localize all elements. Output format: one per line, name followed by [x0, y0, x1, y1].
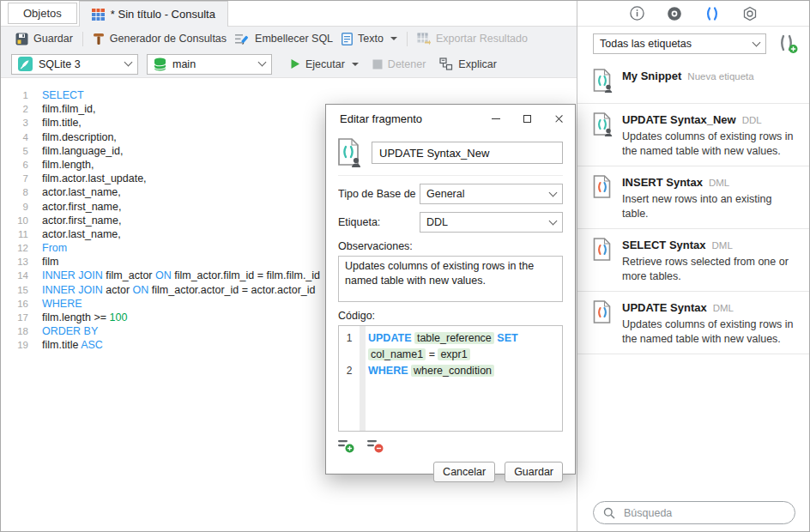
dialog-titlebar[interactable]: Editar fragmento	[326, 105, 575, 132]
run-dropdown-caret[interactable]	[352, 63, 359, 66]
beautify-sql-icon	[235, 33, 250, 45]
maximize-icon	[523, 115, 531, 123]
line-number: 1	[1, 88, 28, 102]
text-dropdown-caret[interactable]	[390, 37, 397, 40]
line-number: 1	[339, 330, 360, 363]
sidebar-header	[577, 1, 809, 27]
toolbar-separator	[407, 32, 408, 46]
remarks-textarea[interactable]: Updates columns of existing rows in the …	[338, 256, 563, 302]
snippet-sidebar: Todas las etiquetas My SnippetNueva etiq…	[577, 1, 809, 531]
snippet-item[interactable]: INSERT SyntaxDMLInsert new rows into an …	[577, 166, 809, 229]
text-view-button[interactable]: Texto	[337, 33, 402, 45]
snippet-tag: DML	[709, 178, 729, 188]
minimize-button[interactable]	[480, 105, 511, 132]
line-number: 17	[1, 311, 28, 324]
explain-button[interactable]: Explicar	[435, 57, 500, 70]
text-view-label: Texto	[358, 33, 384, 45]
db-type-value: General	[426, 188, 464, 200]
code-gutter-strip	[360, 326, 366, 431]
snippet-item[interactable]: UPDATE Syntax_NewDDLUpdates columns of e…	[577, 104, 809, 166]
tab-consulta[interactable]: * Sin título - Consulta	[79, 1, 228, 27]
snippet-tag: Nueva etiqueta	[687, 71, 753, 82]
close-icon	[554, 114, 564, 124]
db-type-label: Tipo de Base de	[338, 188, 420, 200]
add-placeholder-button[interactable]	[338, 439, 355, 454]
line-number: 3	[1, 116, 28, 130]
remove-placeholder-button[interactable]	[367, 439, 384, 454]
line-number: 19	[1, 338, 28, 352]
line-number: 6	[1, 158, 28, 172]
maximize-button[interactable]	[511, 105, 543, 132]
snippet-title: UPDATE Syntax	[622, 301, 707, 314]
tag-filter-value: Todas las etiquetas	[600, 38, 692, 50]
beautify-sql-button[interactable]: Embellecer SQL	[231, 33, 337, 45]
chevron-down-icon	[549, 216, 558, 225]
line-number: 2	[1, 102, 28, 116]
chevron-down-icon	[549, 188, 558, 196]
query-grid-icon	[92, 9, 105, 21]
new-snippet-button[interactable]	[777, 33, 799, 54]
line-number: 10	[1, 214, 28, 227]
snippet-code-editor[interactable]: 1UPDATE table_reference SET col_name1 = …	[338, 325, 563, 432]
snippet-text: UPDATE Syntax_NewDDLUpdates columns of e…	[622, 112, 799, 159]
tab-objetos[interactable]: Objetos	[8, 3, 77, 24]
snippet-name-input[interactable]	[372, 142, 563, 164]
sql-line: 1SELECT	[1, 88, 577, 102]
dialog-save-button[interactable]: Guardar	[505, 462, 563, 482]
close-button[interactable]	[543, 105, 575, 132]
stop-icon	[372, 59, 383, 70]
snippet-title: My Snippet	[622, 70, 681, 82]
export-result-button: Exportar Resultado	[413, 33, 532, 45]
database-select[interactable]: main	[147, 54, 272, 75]
snippet-description: Retrieve rows selected from one or more …	[622, 255, 799, 284]
line-number: 15	[1, 283, 28, 297]
snippet-text: My SnippetNueva etiqueta	[622, 68, 754, 96]
search-input[interactable]	[622, 506, 785, 520]
snippet-description: Updates columns of existing rows in the …	[622, 317, 799, 347]
query-builder-button[interactable]: Generador de Consultas	[88, 33, 231, 45]
save-button[interactable]: Guardar	[11, 33, 77, 45]
line-number: 16	[1, 297, 28, 311]
line-number: 7	[1, 172, 28, 185]
sqlite-icon	[18, 57, 33, 71]
text-doc-icon	[342, 33, 353, 45]
snippet-tag: DML	[712, 240, 733, 251]
snippet-doc-icon	[338, 138, 361, 167]
snippet-doc-icon	[593, 299, 613, 347]
code-label: Código:	[338, 310, 563, 322]
snippet-text: SELECT SyntaxDMLRetrieve rows selected f…	[622, 237, 799, 284]
line-number: 4	[1, 130, 28, 144]
export-result-icon	[417, 33, 431, 45]
line-number: 8	[1, 185, 28, 199]
preview-eye-icon[interactable]	[666, 5, 683, 22]
snippet-item[interactable]: My SnippetNueva etiqueta	[577, 60, 809, 104]
snippet-tag: DDL	[742, 115, 762, 125]
cancel-button[interactable]: Cancelar	[433, 462, 495, 482]
snippet-doc-icon	[593, 237, 613, 284]
tag-filter-select[interactable]: Todas las etiquetas	[593, 33, 766, 54]
snippet-title: INSERT Syntax	[622, 176, 703, 189]
run-label: Ejecutar	[305, 58, 345, 70]
settings-icon[interactable]	[741, 5, 759, 22]
connection-value: SQLite 3	[39, 58, 81, 70]
snippets-tab-icon[interactable]	[704, 5, 721, 22]
line-number: 14	[1, 269, 28, 282]
chevron-down-icon	[753, 38, 761, 46]
snippet-search[interactable]	[593, 501, 795, 524]
db-type-select[interactable]: General	[420, 184, 563, 204]
run-play-icon	[290, 58, 300, 70]
search-icon	[603, 507, 615, 519]
snippet-item[interactable]: SELECT SyntaxDMLRetrieve rows selected f…	[577, 229, 809, 292]
snippet-doc-icon	[593, 112, 613, 159]
tag-value: DDL	[426, 216, 448, 228]
run-button[interactable]: Ejecutar	[286, 58, 363, 70]
dialog-code-lines: 1UPDATE table_reference SET col_name1 = …	[339, 330, 562, 379]
connection-select[interactable]: SQLite 3	[11, 54, 138, 75]
app-window: Objetos * Sin título - Consulta Guardar	[0, 0, 810, 532]
snippet-list: My SnippetNueva etiquetaUPDATE Syntax_Ne…	[577, 60, 809, 501]
snippet-item[interactable]: UPDATE SyntaxDMLUpdates columns of exist…	[577, 292, 809, 354]
info-icon[interactable]	[628, 5, 645, 22]
tag-select[interactable]: DDL	[420, 212, 563, 233]
snippet-title: UPDATE Syntax_New	[622, 113, 736, 126]
edit-snippet-dialog: Editar fragmento Tipo de Base de General	[325, 104, 576, 475]
